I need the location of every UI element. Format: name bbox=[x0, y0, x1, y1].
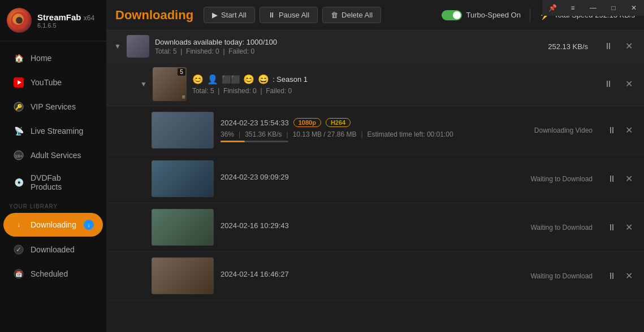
emoji-dots: ⬛⬛ bbox=[222, 75, 240, 84]
episode-date: 2024-02-16 10:29:43 bbox=[221, 221, 524, 230]
dvdfab-icon: 💿 bbox=[12, 176, 25, 189]
episode-pause-button[interactable]: ⏸ bbox=[604, 270, 620, 282]
menu-button[interactable]: ≡ bbox=[563, 0, 583, 16]
emoji-1: 😊 bbox=[192, 74, 204, 85]
season-thumb-wrap: 5 ≡ bbox=[153, 67, 187, 101]
season-close-button[interactable]: ✕ bbox=[622, 78, 636, 90]
episodes-list: 2024-02-23 15:54:33 1080pH264 36% | 351.… bbox=[106, 106, 644, 300]
youtube-icon bbox=[12, 76, 25, 89]
episode-size: 10.13 MB / 27.86 MB bbox=[293, 130, 357, 138]
sidebar-item-home-label: Home bbox=[31, 54, 51, 63]
close-button[interactable]: ✕ bbox=[624, 0, 644, 16]
sidebar-item-youtube[interactable]: YouTube bbox=[3, 71, 103, 94]
svg-text:🔑: 🔑 bbox=[15, 103, 23, 111]
app-name-block: StreamFab x64 6.1.6.5 bbox=[37, 12, 94, 29]
group-title: Downloads available today: 1000/100 bbox=[155, 38, 542, 46]
sidebar-item-vip-label: VIP Services bbox=[31, 102, 76, 111]
start-all-icon: ▶ bbox=[212, 11, 218, 19]
sidebar-item-downloaded[interactable]: ✓ Downloaded bbox=[3, 238, 103, 261]
sidebar: StreamFab x64 6.1.6.5 🏠 Home YouTube 🔑 V… bbox=[0, 0, 106, 332]
sidebar-item-home[interactable]: 🏠 Home bbox=[3, 46, 103, 70]
downloading-icon: ↓ bbox=[12, 219, 25, 231]
group-info: Downloads available today: 1000/100 Tota… bbox=[155, 38, 542, 55]
season-pause-button[interactable]: ⏸ bbox=[600, 78, 616, 90]
episode-details: 2024-02-23 09:09:29 bbox=[221, 173, 524, 185]
episode-close-button[interactable]: ✕ bbox=[622, 173, 636, 185]
minimize-button[interactable]: — bbox=[583, 0, 603, 16]
episode-status: Waiting to Download bbox=[530, 224, 593, 231]
episode-pause-button[interactable]: ⏸ bbox=[604, 125, 620, 136]
group-pause-button[interactable]: ⏸ bbox=[600, 41, 616, 52]
home-icon: 🏠 bbox=[12, 52, 25, 64]
episode-close-button[interactable]: ✕ bbox=[622, 222, 636, 233]
vip-icon: 🔑 bbox=[12, 101, 25, 113]
sidebar-item-downloaded-label: Downloaded bbox=[31, 245, 75, 254]
season-stats: Total: 5 | Finished: 0 | Failed: 0 bbox=[192, 87, 595, 95]
sidebar-item-youtube-label: YouTube bbox=[31, 78, 62, 87]
page-title: Downloading bbox=[115, 8, 193, 23]
episode-thumbnail bbox=[152, 160, 214, 197]
episode-actions: ⏸ ✕ bbox=[604, 125, 636, 136]
episode-close-button[interactable]: ✕ bbox=[622, 125, 636, 136]
episode-status: Waiting to Download bbox=[530, 175, 593, 183]
episode-datetime: 2024-02-23 15:54:33 bbox=[221, 119, 289, 127]
episode-details: 2024-02-16 10:29:43 bbox=[221, 221, 524, 233]
pause-all-icon: ⏸ bbox=[268, 11, 275, 19]
app-logo: StreamFab x64 6.1.6.5 bbox=[0, 0, 106, 41]
pause-all-button[interactable]: ⏸ Pause All bbox=[260, 7, 318, 23]
episode-pause-button[interactable]: ⏸ bbox=[604, 222, 620, 233]
episode-close-button[interactable]: ✕ bbox=[622, 270, 636, 282]
episode-thumbnail bbox=[152, 257, 214, 294]
start-all-button[interactable]: ▶ Start All bbox=[204, 7, 255, 23]
nav-menu: 🏠 Home YouTube 🔑 VIP Services 📡 Live Str… bbox=[0, 41, 106, 332]
sidebar-item-vip[interactable]: 🔑 VIP Services bbox=[3, 95, 103, 119]
maximize-button[interactable]: □ bbox=[603, 0, 624, 16]
season-title: 😊 👤 ⬛⬛ 😊 😄 : Season 1 bbox=[192, 74, 595, 85]
turbo-label: Turbo-Speed On bbox=[466, 11, 521, 19]
sidebar-item-streaming-label: Live Streaming bbox=[31, 126, 83, 136]
emoji-4: 😄 bbox=[258, 74, 269, 85]
sidebar-item-streaming[interactable]: 📡 Live Streaming bbox=[3, 119, 103, 143]
episode-item: 2024-02-23 15:54:33 1080pH264 36% | 351.… bbox=[106, 106, 644, 155]
sidebar-item-dvdfab-label: DVDFab Products bbox=[31, 173, 94, 191]
episode-actions: ⏸ ✕ bbox=[604, 222, 636, 233]
group-close-button[interactable]: ✕ bbox=[622, 41, 636, 52]
group-stats: Total: 5 | Finished: 0 | Failed: 0 bbox=[155, 47, 542, 55]
turbo-switch[interactable] bbox=[442, 10, 462, 20]
episode-speed: 351.36 KB/s bbox=[245, 130, 282, 138]
sidebar-item-scheduled[interactable]: 📅 Scheduled bbox=[3, 262, 103, 286]
season-lines-icon: ≡ bbox=[182, 94, 185, 100]
season-count-badge: 5 bbox=[178, 68, 185, 76]
streaming-icon: 📡 bbox=[12, 125, 25, 137]
emoji-2: 👤 bbox=[207, 74, 218, 85]
group-speed: 252.13 KB/s bbox=[548, 42, 588, 51]
app-name: StreamFab x64 bbox=[37, 12, 94, 22]
episode-actions: ⏸ ✕ bbox=[604, 173, 636, 185]
episode-percent: 36% bbox=[221, 130, 234, 138]
episode-item: 2024-02-23 09:09:29 Waiting to Download … bbox=[106, 155, 644, 203]
episode-datetime: 2024-02-23 09:09:29 bbox=[221, 173, 289, 181]
window-controls: 📌 ≡ — □ ✕ bbox=[542, 0, 644, 16]
episode-status: Downloading Video bbox=[534, 126, 593, 134]
group-chevron[interactable]: ▼ bbox=[114, 42, 121, 50]
episode-details: 2024-02-23 15:54:33 1080pH264 36% | 351.… bbox=[221, 118, 528, 142]
episode-item: 2024-02-14 16:46:27 Waiting to Download … bbox=[106, 252, 644, 300]
episode-status: Waiting to Download bbox=[530, 272, 593, 280]
sidebar-item-downloading[interactable]: ↓ Downloading ↓ bbox=[3, 213, 103, 237]
pin-button[interactable]: 📌 bbox=[542, 0, 563, 16]
delete-all-button[interactable]: 🗑 Delete All bbox=[322, 7, 381, 23]
svg-text:18+: 18+ bbox=[15, 154, 23, 159]
sidebar-item-dvdfab[interactable]: 💿 DVDFab Products bbox=[3, 168, 103, 197]
episode-pause-button[interactable]: ⏸ bbox=[604, 173, 620, 185]
episode-details: 2024-02-14 16:46:27 bbox=[221, 270, 524, 282]
adult-icon: 18+ bbox=[12, 149, 25, 161]
season-chevron[interactable]: ▼ bbox=[140, 80, 147, 88]
episode-date: 2024-02-23 09:09:29 bbox=[221, 173, 524, 181]
svg-text:✓: ✓ bbox=[16, 246, 21, 254]
turbo-toggle[interactable]: Turbo-Speed On bbox=[442, 10, 521, 20]
downloaded-icon: ✓ bbox=[12, 243, 25, 256]
episode-datetime: 2024-02-16 10:29:43 bbox=[221, 221, 289, 230]
sidebar-item-adult[interactable]: 18+ Adult Services bbox=[3, 143, 103, 167]
logo-icon bbox=[7, 8, 32, 33]
svg-text:↓: ↓ bbox=[17, 221, 20, 229]
